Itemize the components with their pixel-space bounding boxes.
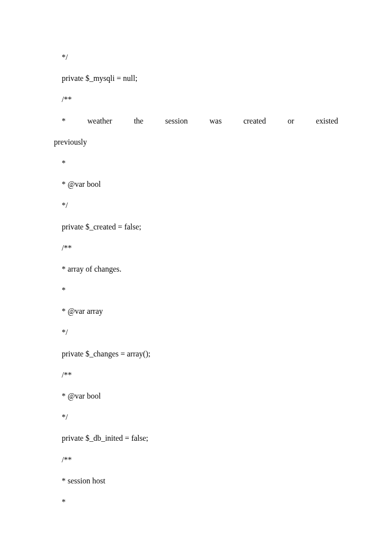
code-line: *	[54, 279, 338, 301]
code-line: /**	[54, 89, 338, 110]
code-line: * @var bool	[54, 385, 338, 406]
code-line: */	[54, 406, 338, 428]
code-line-continuation: previously	[54, 131, 338, 152]
code-line: * array of changes.	[54, 258, 338, 279]
code-line: /**	[54, 449, 338, 470]
code-line: private $_created = false;	[54, 216, 338, 237]
code-line: *	[54, 491, 338, 512]
code-line: * @var bool	[54, 174, 338, 195]
code-document: */ private $_mysqli = null; /** * weathe…	[0, 0, 392, 542]
code-line: */	[54, 47, 338, 68]
code-line: *	[54, 152, 338, 174]
code-line: private $_db_inited = false;	[54, 428, 338, 449]
code-line: */	[54, 322, 338, 343]
code-line: /**	[54, 364, 338, 385]
code-line: * @var array	[54, 301, 338, 322]
code-line: /**	[54, 237, 338, 258]
code-line: * weather the session was created or exi…	[54, 110, 338, 131]
code-line: private $_changes = array();	[54, 343, 338, 364]
code-line: * session host	[54, 470, 338, 491]
code-line: */	[54, 195, 338, 216]
code-line: private $_mysqli = null;	[54, 68, 338, 89]
